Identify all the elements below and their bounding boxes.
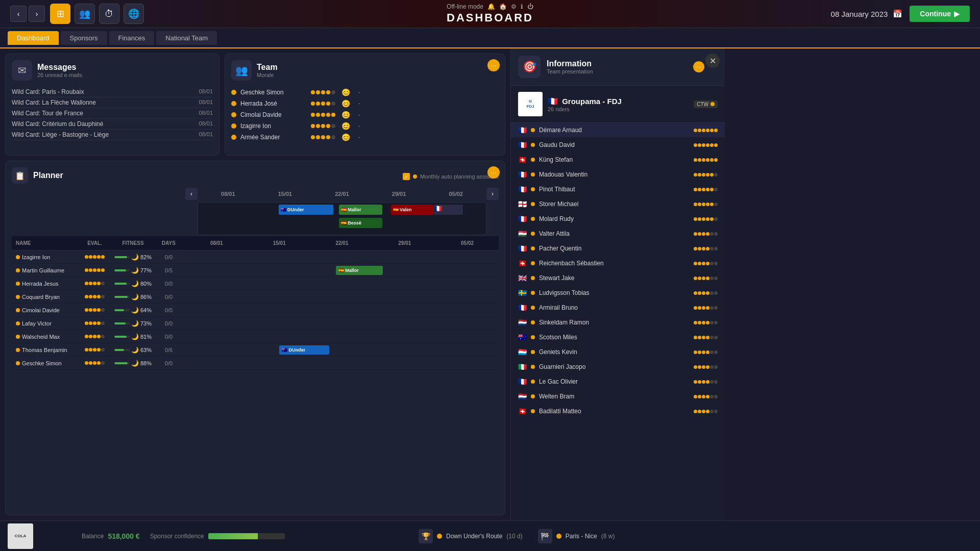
- riders-nav-button[interactable]: 👥: [75, 4, 95, 24]
- dashboard-nav-button[interactable]: ⊞: [50, 4, 70, 24]
- info-rider-row[interactable]: 🇳🇱 Sinkeldam Ramon: [511, 315, 725, 330]
- race-flag-top: 🇫🇷: [434, 205, 462, 215]
- cal-next-button[interactable]: ›: [486, 188, 499, 200]
- message-row[interactable]: Wild Card: La Flèche Wallonne08/01: [12, 97, 213, 108]
- balance-value: 518,000 €: [108, 532, 139, 540]
- planner-title: Planner: [33, 171, 63, 180]
- message-row[interactable]: Wild Card: Tour de France08/01: [12, 108, 213, 119]
- team-row: Cimolai Davide 😊 -: [231, 109, 499, 120]
- tab-sponsors[interactable]: Sponsors: [61, 31, 107, 45]
- rider-flag: 🇫🇷: [518, 126, 527, 134]
- rider-flag: 🇨🇭: [518, 407, 527, 415]
- rider-status-dot: [531, 158, 535, 162]
- message-row[interactable]: Wild Card: Liège - Bastogne - Liège08/01: [12, 130, 213, 140]
- home-icon[interactable]: 🏠: [499, 3, 507, 10]
- cal-row: 🇦🇺 DUnder: [185, 343, 499, 357]
- rider-rating: [694, 158, 718, 162]
- rider-rating: [694, 336, 718, 339]
- rider-flag: 🇫🇷: [518, 170, 527, 179]
- event-name-1: Down Under's Route: [446, 533, 502, 540]
- message-row[interactable]: Wild Card: Paris - Roubaix08/01: [12, 87, 213, 97]
- auto-planning-checkbox[interactable]: ✓: [403, 173, 410, 180]
- rider-flag: 🇫🇷: [518, 215, 527, 223]
- rider-rating: [694, 217, 718, 221]
- globe-nav-button[interactable]: 🌐: [124, 4, 144, 24]
- tab-finances[interactable]: Finances: [109, 31, 155, 45]
- info-icon[interactable]: ℹ: [521, 3, 523, 10]
- tab-national-team[interactable]: National Team: [156, 31, 217, 45]
- cal-date-3: 22/01: [313, 191, 371, 197]
- info-rider-row[interactable]: 🇫🇷 Le Gac Olivier: [511, 374, 725, 389]
- rider-name: Gaudu David: [539, 141, 690, 148]
- info-rider-row[interactable]: 🇨🇭 Küng Stefan: [511, 153, 725, 167]
- info-rider-row[interactable]: 🇳🇱 Welten Bram: [511, 389, 725, 404]
- info-rider-row[interactable]: 🇫🇷 Molard Rudy: [511, 212, 725, 227]
- power-icon[interactable]: ⏻: [527, 3, 533, 10]
- info-menu-button[interactable]: ···: [693, 61, 704, 72]
- info-rider-row[interactable]: 🇫🇷 Armirail Bruno: [511, 300, 725, 315]
- info-rider-row[interactable]: 🇬🇧 Stewart Jake: [511, 271, 725, 286]
- top-bar: ‹ › ⊞ 👥 ⏱ 🌐 Off-line mode 🔔 🏠 ⚙ ℹ ⏻ DASH…: [0, 0, 980, 28]
- planner-row: Cimolai Davide 🌙 64% 0/0: [12, 304, 185, 317]
- rider-status-dot: [531, 128, 535, 132]
- rider-rating: [694, 321, 718, 324]
- info-rider-row[interactable]: 🇸🇪 Ludvigsson Tobias: [511, 286, 725, 300]
- tab-bar: Dashboard Sponsors Finances National Tea…: [0, 28, 980, 48]
- rider-flag: 🇫🇷: [518, 185, 527, 193]
- tab-dashboard[interactable]: Dashboard: [8, 31, 59, 45]
- messages-subtitle: 26 unread e-mails: [37, 72, 82, 78]
- team-row: Herrada José 😊 -: [231, 98, 499, 109]
- planner-row: Geschke Simon 🌙 88% 0/0: [12, 357, 185, 370]
- event-item-1: 🏆 Down Under's Route (10 d): [419, 529, 523, 543]
- rider-status-dot: [531, 172, 535, 177]
- info-header: 🎯 Information Team presentation ··· ✕: [511, 48, 725, 86]
- rider-status-dot: [531, 217, 535, 221]
- info-rider-row[interactable]: 🇮🇹 Guarnieri Jacopo: [511, 360, 725, 374]
- team-menu-button[interactable]: ···: [487, 59, 500, 71]
- info-rider-row[interactable]: 🇨🇭 Reichenbach Sébastien: [511, 256, 725, 271]
- rider-status-dot: [531, 202, 535, 206]
- rider-name: Madouas Valentin: [539, 171, 690, 178]
- planner-menu-button[interactable]: ···: [487, 166, 500, 179]
- rider-name: Valter Attila: [539, 230, 690, 237]
- planner-panel: ··· 📋 Planner ✓ Monthly auto planning as…: [5, 161, 505, 515]
- continue-button[interactable]: Continue ▶: [910, 6, 970, 22]
- info-rider-row[interactable]: 🇨🇭 Badilatti Matteo: [511, 404, 725, 419]
- rider-flag: 🇬🇧: [518, 274, 527, 282]
- message-row[interactable]: Wild Card: Critérium du Dauphiné08/01: [12, 119, 213, 130]
- rider-name: Storer Michael: [539, 201, 690, 208]
- auto-planning-label: Monthly auto planning assistant: [420, 173, 499, 180]
- bell-icon[interactable]: 🔔: [487, 3, 495, 10]
- nav-back-button[interactable]: ‹: [10, 6, 27, 22]
- ctw-badge: CTW: [694, 101, 718, 108]
- race-mallor-top: 🇪🇸 Mallor: [339, 205, 382, 215]
- info-rider-row[interactable]: 🇫🇷 Pacher Quentin: [511, 241, 725, 256]
- event-item-2: 🏁 Paris - Nice (8 w): [538, 529, 615, 543]
- team-row: Izagirre Ion 😊 -: [231, 120, 499, 132]
- calendar-icon[interactable]: 📅: [893, 9, 902, 18]
- rider-status-dot: [531, 143, 535, 147]
- team-row: Geschke Simon 😊 -: [231, 87, 499, 98]
- bottom-right: 🏆 Down Under's Route (10 d) 🏁 Paris - Ni…: [408, 529, 980, 543]
- team-subtitle: Morale: [257, 72, 278, 78]
- planner-icon: 📋: [12, 167, 28, 184]
- planner-names-col: NAME EVAL. FITNESS DAYS Izagirre Ion 🌙 8…: [12, 236, 185, 509]
- rider-status-dot: [531, 394, 535, 398]
- info-rider-row[interactable]: 🇫🇷 Gaudu David: [511, 138, 725, 153]
- info-rider-row[interactable]: 🇫🇷 Madouas Valentin: [511, 167, 725, 182]
- info-rider-row[interactable]: 🇱🇺 Geniets Kevin: [511, 345, 725, 360]
- settings-icon[interactable]: ⚙: [511, 3, 517, 10]
- rider-status-dot: [531, 276, 535, 280]
- info-rider-row[interactable]: 🇫🇷 Démare Arnaud: [511, 123, 725, 138]
- info-close-button[interactable]: ✕: [705, 54, 720, 68]
- cal-row: [185, 330, 499, 343]
- info-rider-row[interactable]: 🇭🇺 Valter Attila: [511, 227, 725, 241]
- info-rider-row[interactable]: 🏴󠁧󠁢󠁥󠁮󠁧󠁿 Storer Michael: [511, 197, 725, 212]
- info-rider-row[interactable]: 🇦🇺 Scotson Miles: [511, 330, 725, 345]
- info-rider-row[interactable]: 🇫🇷 Pinot Thibaut: [511, 182, 725, 197]
- rider-rating: [694, 262, 718, 265]
- nav-forward-button[interactable]: ›: [29, 6, 45, 22]
- rider-rating: [694, 143, 718, 147]
- races-nav-button[interactable]: ⏱: [99, 4, 119, 24]
- cal-prev-button[interactable]: ‹: [185, 188, 198, 200]
